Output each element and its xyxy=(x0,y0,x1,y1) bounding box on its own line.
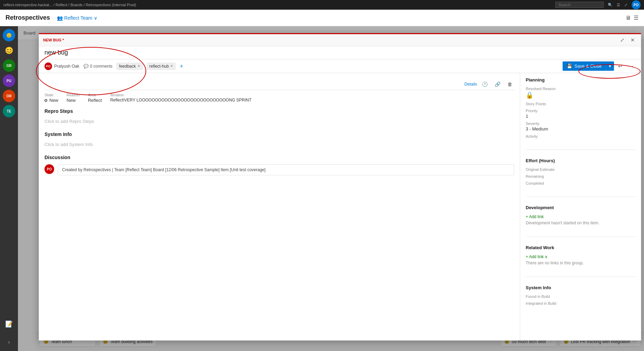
nav-right: 🖥 ☰ xyxy=(625,14,638,21)
undo-button[interactable]: ↩ xyxy=(616,62,624,70)
main-layout: 😊 😊 GR PU OR TE 📝 › Board 😊 Team lunch 😊… xyxy=(0,26,644,351)
state-label: State xyxy=(44,93,58,97)
completed-field: Completed xyxy=(526,181,635,185)
sidebar-avatar-3[interactable]: PU xyxy=(3,75,15,87)
modal-body: Details 🕐 🔗 🗑 State New xyxy=(39,73,641,340)
top-nav-bar: reflect-retrospective-hackat... / Reflec… xyxy=(0,0,644,10)
work-item-modal: NEW BUG * ⤢ ✕ PO Pratyush Oak 💬 0 commen… xyxy=(39,33,641,341)
severity-label: Severity xyxy=(526,121,635,126)
development-no-start-text: Development hasn't started on this item. xyxy=(526,221,635,225)
reason-value: New xyxy=(67,98,80,103)
remaining-field: Remaining xyxy=(526,174,635,178)
add-link-related-button[interactable]: + Add link ∨ xyxy=(526,254,548,259)
expand-modal-button[interactable]: ⤢ xyxy=(618,36,626,44)
resolved-reason-field: Resolved Reason 🔒 xyxy=(526,87,635,99)
save-close-group: 💾 Save & Close ▾ xyxy=(563,61,614,71)
state-value-row: New xyxy=(44,98,58,103)
development-title: Development xyxy=(526,205,635,212)
activity-field: Activity xyxy=(526,134,635,138)
fields-row: State New Reason New Area Ref xyxy=(44,93,514,103)
page-title: Retrospectives xyxy=(6,14,50,21)
chevron-down-icon: ∨ xyxy=(94,15,97,21)
sidebar-avatar-1[interactable]: 😊 xyxy=(3,29,15,41)
details-link[interactable]: Details xyxy=(464,82,477,87)
assigned-user-avatar: PO xyxy=(44,62,52,70)
monitor-icon[interactable]: 🖥 xyxy=(625,15,631,21)
sidebar-avatar-5[interactable]: TE xyxy=(3,105,15,117)
delete-button[interactable]: 🗑 xyxy=(505,80,514,88)
save-close-label: Save & Close xyxy=(574,64,602,69)
planning-title: Planning xyxy=(526,77,635,84)
effort-title: Effort (Hours) xyxy=(526,158,635,165)
expand-icon[interactable]: ⤢ xyxy=(624,3,627,7)
save-close-button[interactable]: 💾 Save & Close xyxy=(563,61,606,71)
priority-field: Priority 1 xyxy=(526,109,635,119)
effort-section: Effort (Hours) Original Estimate Remaini… xyxy=(526,158,635,188)
breadcrumb: reflect-retrospective-hackat... / Reflec… xyxy=(3,3,555,7)
history-button[interactable]: 🕐 xyxy=(480,80,490,88)
sidebar-avatar-2[interactable]: GR xyxy=(3,59,15,72)
discussion-message: Created by Retrospectives | Team [Reflec… xyxy=(58,164,514,175)
development-divider xyxy=(526,236,635,237)
comments-count[interactable]: 💬 0 comments xyxy=(83,64,112,69)
work-item-type-label: NEW BUG * xyxy=(43,38,64,42)
save-dropdown-button[interactable]: ▾ xyxy=(606,61,614,71)
modal-main: Details 🕐 🔗 🗑 State New xyxy=(39,73,520,340)
iteration-value: Reflect\VERY LOOOOOOOOOOOOOOOOOOOOOOOOOO… xyxy=(110,98,251,103)
user-avatar-top[interactable]: PO xyxy=(632,0,641,9)
top-nav-right: 🔍 ☰ ⤢ PO xyxy=(555,0,641,9)
add-tag-button[interactable]: + xyxy=(180,63,183,69)
state-field: State New xyxy=(44,93,58,103)
sidebar-icon-note[interactable]: 📝 xyxy=(3,318,15,330)
main-content: Board 😊 Team lunch 😊 Team building activ… xyxy=(18,26,644,351)
area-field: Area Reflect xyxy=(88,93,102,103)
team-selector[interactable]: 👥 Reflect Team ∨ xyxy=(54,14,100,22)
tag-reflect-hub-close[interactable]: ✕ xyxy=(170,64,173,68)
state-dot xyxy=(44,99,47,102)
close-modal-button[interactable]: ✕ xyxy=(628,36,637,44)
comments-icon: 💬 xyxy=(83,64,89,69)
remaining-label: Remaining xyxy=(526,174,635,178)
reason-field: Reason New xyxy=(67,93,80,103)
save-dropdown-arrow: ▾ xyxy=(609,64,611,69)
tag-feedback: feedback ✕ xyxy=(117,63,143,70)
discussion-item: PO Created by Retrospectives | Team [Ref… xyxy=(44,164,514,175)
search-icon[interactable]: 🔍 xyxy=(608,3,613,7)
tag-feedback-label: feedback xyxy=(119,64,136,69)
system-info-placeholder[interactable]: Click to add System Info xyxy=(44,140,514,149)
save-icon: 💾 xyxy=(567,64,572,69)
repro-steps-title: Repro Steps xyxy=(44,108,514,114)
search-input[interactable] xyxy=(555,2,604,8)
toolbar-right: 💾 Save & Close ▾ ↩ ⋯ xyxy=(563,61,635,71)
link-button[interactable]: 🔗 xyxy=(493,80,503,88)
area-value: Reflect xyxy=(88,98,102,103)
original-estimate-label: Original Estimate xyxy=(526,167,635,172)
integrated-in-build-field: Integrated in Build xyxy=(526,301,635,305)
completed-label: Completed xyxy=(526,181,635,185)
found-in-build-field: Found in Build xyxy=(526,294,635,299)
system-info-right-section: System Info Found in Build Integrated in… xyxy=(526,285,635,308)
modal-title-row xyxy=(39,46,641,59)
repro-steps-placeholder[interactable]: Click to add Repro Steps xyxy=(44,117,514,126)
menu-icon[interactable]: ☰ xyxy=(617,3,620,7)
planning-divider xyxy=(526,149,635,150)
system-info-right-title: System Info xyxy=(526,285,635,292)
sidebar-icon-1[interactable]: 😊 xyxy=(3,44,15,57)
hamburger-icon[interactable]: ☰ xyxy=(634,14,638,21)
more-options-button[interactable]: ⋯ xyxy=(626,62,635,70)
discussion-avatar-initials: PO xyxy=(47,167,52,171)
discussion-title: Discussion xyxy=(44,155,514,160)
area-label: Area xyxy=(88,93,102,97)
sidebar-expand-icon[interactable]: › xyxy=(3,336,15,348)
sidebar-avatar-4[interactable]: OR xyxy=(3,90,15,102)
work-item-title-input[interactable] xyxy=(44,49,635,56)
discussion-avatar: PO xyxy=(44,164,54,174)
original-estimate-field: Original Estimate xyxy=(526,167,635,172)
tag-feedback-close[interactable]: ✕ xyxy=(137,64,140,68)
effort-divider xyxy=(526,196,635,197)
add-link-development-button[interactable]: + Add link xyxy=(526,214,544,219)
priority-value: 1 xyxy=(526,114,635,119)
left-sidebar: 😊 😊 GR PU OR TE 📝 › xyxy=(0,26,18,351)
modal-toolbar: PO Pratyush Oak 💬 0 comments feedback ✕ … xyxy=(39,59,641,73)
chevron-down-related-icon: ∨ xyxy=(545,254,548,259)
